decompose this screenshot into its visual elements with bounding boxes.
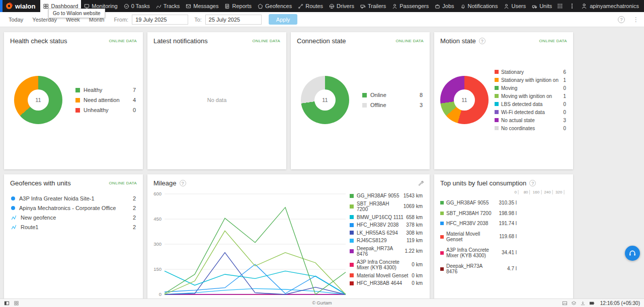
- quick-today-button[interactable]: Today: [5, 15, 27, 24]
- unit-name: GG_HR38AF 9055: [357, 193, 401, 199]
- nav-item-label: Reports: [232, 3, 252, 9]
- unit-mileage: 1.22 km: [405, 248, 423, 254]
- legend-count: 0: [563, 110, 566, 115]
- brand-name: wialon: [15, 3, 35, 10]
- nav-item-notifications[interactable]: Notifications: [457, 0, 501, 12]
- mileage-legend-item: HFC_HR38AB 46440 km: [350, 280, 423, 286]
- geofence-list-item[interactable]: Route12: [11, 224, 136, 230]
- online-data-badge: ONLINE DATA: [109, 181, 137, 185]
- card-title-motion: Motion state: [440, 37, 476, 45]
- filter-kebab-icon[interactable]: ⋮: [633, 17, 639, 23]
- info-icon[interactable]: [529, 180, 536, 186]
- nav-item-routes[interactable]: Routes: [295, 0, 326, 12]
- card-geofences: Geofences with units ONLINE DATA A3P Inf…: [4, 174, 143, 298]
- fuel-value: 4.7 l: [495, 266, 517, 272]
- unit-mileage: 308 km: [406, 230, 423, 236]
- svg-text:0: 0: [159, 291, 162, 297]
- nav-item-drivers[interactable]: Drivers: [326, 0, 357, 12]
- mileage-legend-item: Material Movell Genset0 km: [350, 273, 423, 279]
- wialon-logo-icon: [6, 3, 13, 10]
- status-bar: © Gurtam 12:16:05 (+05:30): [0, 298, 644, 307]
- legend-count: 1: [563, 77, 566, 83]
- nav-item-label: Drivers: [337, 3, 354, 9]
- geofence-list-item[interactable]: New geofence2: [11, 215, 136, 221]
- legend-swatch: [350, 239, 354, 243]
- geofence-list-item[interactable]: Apinya Mechatronics - Corporate Office2: [11, 205, 136, 211]
- svg-text:450: 450: [153, 216, 162, 222]
- geofence-unit-count: 2: [133, 205, 136, 211]
- unit-name: BMW_UP16CQ 1111: [357, 215, 404, 221]
- card-title-fuel: Top units by fuel consumption: [440, 179, 526, 187]
- apps-grid-icon[interactable]: [557, 3, 563, 9]
- download-icon[interactable]: [580, 300, 586, 306]
- legend-swatch: [495, 94, 499, 98]
- legend-swatch: [440, 235, 444, 239]
- nav-item-trailers[interactable]: Trailers: [357, 0, 389, 12]
- reports-icon: [224, 4, 230, 9]
- route-line-icon: [11, 225, 17, 230]
- mileage-legend-item: SBT_HR38AH 72001069 km: [350, 201, 423, 213]
- support-button[interactable]: [625, 246, 640, 261]
- apps-small-icon[interactable]: [14, 300, 19, 306]
- fuel-value: 310.35 l: [495, 200, 517, 206]
- mileage-legend-item: Deepak_HR73A 84761.22 km: [350, 246, 423, 257]
- nav-item-tasks[interactable]: 0 Tasks: [121, 0, 153, 12]
- nav-item-tracks[interactable]: Tracks: [153, 0, 183, 12]
- image-icon[interactable]: [562, 300, 568, 306]
- passengers-icon: [392, 4, 397, 9]
- info-icon[interactable]: [479, 38, 486, 44]
- nav-item-units[interactable]: Units: [529, 0, 552, 12]
- legend-count: 7: [133, 87, 136, 93]
- help-icon[interactable]: [618, 16, 625, 23]
- from-date-input[interactable]: [132, 15, 188, 25]
- connection-donut-total: 11: [314, 89, 336, 111]
- legend-label: Need attention: [84, 97, 129, 103]
- from-label: From:: [114, 17, 128, 23]
- mileage-line-chart: 6004503001500: [149, 189, 350, 298]
- nav-item-messages[interactable]: Messages: [183, 0, 221, 12]
- geofences-icon: [258, 4, 263, 9]
- routes-icon: [298, 4, 303, 9]
- layers-icon[interactable]: [571, 300, 577, 306]
- nav-item-passengers[interactable]: Passengers: [389, 0, 432, 12]
- legend-label: Moving: [501, 85, 560, 91]
- wialon-logo[interactable]: wialon: [3, 3, 40, 10]
- online-data-badge: ONLINE DATA: [109, 39, 137, 43]
- unit-mileage: 378 km: [406, 222, 423, 228]
- online-data-badge: ONLINE DATA: [396, 39, 424, 43]
- panel-toggle-icon[interactable]: [4, 300, 10, 306]
- info-icon[interactable]: [180, 180, 186, 186]
- geofence-dot-icon: [11, 206, 15, 210]
- unit-name: LK_HR55AS 6294: [357, 230, 404, 236]
- legend-swatch: [350, 215, 354, 219]
- widget-settings-icon[interactable]: [418, 180, 424, 186]
- tracks-icon: [156, 4, 162, 9]
- legend-swatch: [440, 267, 444, 271]
- dashboard-icon: [43, 4, 49, 9]
- apply-button[interactable]: Apply: [269, 14, 298, 25]
- legend-swatch: [495, 70, 499, 74]
- kebab-menu-icon[interactable]: [569, 3, 575, 9]
- card-title-geofences: Geofences with units: [10, 179, 71, 187]
- to-label: To:: [194, 17, 202, 23]
- geofence-unit-count: 2: [133, 215, 136, 221]
- nav-item-reports[interactable]: Reports: [221, 0, 255, 12]
- nav-item-jobs[interactable]: Jobs: [432, 0, 457, 12]
- unit-name: Deepak_HR73A 8476: [357, 246, 402, 257]
- fuel-bar-row: Deepak_HR73A 84764.7 l: [440, 263, 567, 275]
- legend-item: No actual state3: [495, 118, 566, 123]
- geofence-list-item[interactable]: A3P Infra Greater Noida Site-12: [11, 195, 136, 201]
- battery-icon: [589, 300, 595, 306]
- to-date-input[interactable]: [205, 15, 262, 25]
- legend-swatch: [495, 126, 499, 130]
- legend-count: 3: [420, 102, 423, 108]
- legend-item: Moving with ignition on1: [495, 93, 566, 99]
- axis-tick: 0: [515, 190, 519, 194]
- mileage-legend-item: A3P Infra Concrete Mixer (KYB 4300)0 km: [350, 259, 423, 271]
- card-connection: Connection state ONLINE DATA 11 Online8O…: [291, 32, 430, 169]
- nav-item-users[interactable]: Users: [501, 0, 529, 12]
- account-menu[interactable]: apinyamechatronics: [581, 3, 639, 9]
- user-icon: [581, 3, 587, 9]
- motion-donut-total: 11: [454, 89, 475, 111]
- nav-item-geofences[interactable]: Geofences: [255, 0, 295, 12]
